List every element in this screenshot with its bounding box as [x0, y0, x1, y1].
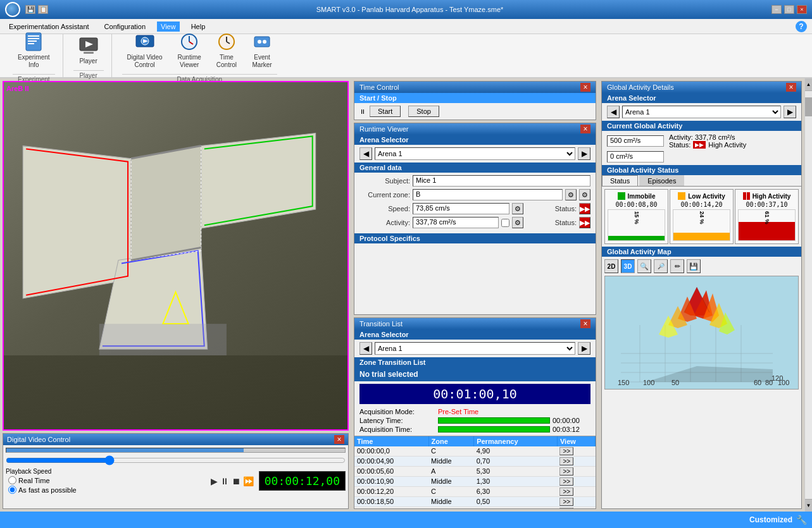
player-button[interactable]: Player [73, 33, 104, 68]
close-button[interactable]: × [797, 5, 807, 14]
subject-row: Subject: Mice 1 [359, 175, 590, 187]
tl-arena-select[interactable]: Arena 1 [375, 342, 575, 355]
arena-prev-button[interactable]: ◀ [359, 147, 372, 160]
status-cards: Immobile 00:00:08,80 15 % Low Activity 0… [602, 187, 801, 247]
zone-extra-btn[interactable]: ⚙ [579, 189, 590, 200]
goto-button[interactable]: >> [559, 467, 573, 476]
activity-checkbox[interactable] [501, 219, 509, 227]
time-label: TimeControl [216, 54, 237, 69]
forward-button[interactable]: ⏩ [243, 476, 254, 486]
toolbar-experiment-section: ExperimentInfo Experiment [5, 34, 63, 77]
acq-mode-value: Pre-Set Time [438, 408, 478, 415]
arena-select[interactable]: Arena 1 [375, 147, 575, 160]
immobile-time: 00:00:08,80 [615, 201, 657, 208]
runtime-viewer-close[interactable]: × [580, 125, 590, 133]
global-activity-close[interactable]: × [786, 83, 796, 92]
dv-slider[interactable] [6, 455, 346, 465]
goto-button[interactable]: >> [559, 457, 573, 465]
scroll-down[interactable]: ▼ [805, 499, 812, 512]
speed-input[interactable]: 73,85 cm/s [413, 203, 509, 214]
col-time: Time [354, 436, 428, 446]
right-scrollbar[interactable]: ▲ ▼ [804, 78, 812, 512]
current-zone-input[interactable]: B [413, 189, 563, 200]
zone-transition-header: Zone Transition List [354, 357, 596, 367]
map-zoom-out-btn[interactable]: 🔎 [654, 259, 668, 273]
zone-settings-btn[interactable]: ⚙ [565, 189, 577, 200]
fast-option[interactable]: As fast as possible [8, 486, 206, 494]
cell-goto[interactable]: >> [557, 507, 595, 508]
transition-list-close[interactable]: × [580, 319, 590, 328]
play-button[interactable]: ▶ [211, 476, 218, 486]
activity-settings-btn[interactable]: ⚙ [512, 217, 523, 228]
cell-goto[interactable]: >> [557, 496, 595, 507]
save-button[interactable]: 💾 [25, 5, 35, 14]
tl-arena-next[interactable]: ▶ [578, 342, 590, 355]
event-label: EventMarker [252, 54, 272, 69]
stop-button[interactable]: ⏹ [232, 476, 240, 486]
cell-goto[interactable]: >> [557, 486, 595, 496]
goto-button[interactable]: >> [559, 498, 573, 506]
minimize-button[interactable]: − [771, 5, 782, 14]
map-2d-btn[interactable]: 2D [604, 259, 618, 273]
ga-arena-prev[interactable]: ◀ [607, 106, 620, 118]
goto-button[interactable]: >> [559, 508, 573, 509]
restore-button[interactable]: □ [784, 5, 794, 14]
tl-arena-prev[interactable]: ◀ [359, 342, 372, 355]
dvc-button[interactable]: Digital VideoControl [122, 29, 168, 71]
help-icon[interactable]: ? [796, 21, 807, 32]
map-3d-btn[interactable]: 3D [621, 259, 635, 273]
top-threshold-input[interactable]: 500 cm²/s [607, 135, 664, 147]
status-red-btn-1[interactable]: ▶▶ [579, 203, 590, 214]
dv-btn-row: ▶ ⏸ ⏹ ⏩ [211, 476, 254, 486]
status-tab[interactable]: Status [602, 175, 638, 186]
subject-input[interactable]: Mice 1 [413, 175, 590, 187]
player-icon [78, 35, 99, 56]
goto-button[interactable]: >> [559, 488, 573, 496]
dv-progress-bar[interactable] [6, 448, 346, 453]
time-control-title-text: Time Control [359, 83, 399, 91]
cell-goto[interactable]: >> [557, 476, 595, 486]
dv-control-close[interactable]: × [334, 435, 344, 444]
immobile-bar-container: 15 % [608, 209, 665, 241]
ga-map-header: Global Activity Map [602, 247, 801, 257]
scroll-up[interactable]: ▲ [805, 78, 812, 91]
real-time-radio[interactable] [8, 476, 16, 484]
map-save-btn[interactable]: 💾 [687, 259, 701, 273]
bottom-threshold-input[interactable]: 0 cm²/s [607, 151, 664, 163]
current-zone-label: Current zone: [359, 191, 410, 199]
pause-button[interactable]: ⏸ [220, 476, 229, 486]
no-trial-bar: No trial selected [354, 367, 596, 381]
immobile-bar-fill [608, 236, 665, 240]
experiment-info-button[interactable]: ExperimentInfo [13, 29, 55, 71]
start-button[interactable]: Start [370, 106, 401, 117]
runtime-button[interactable]: RuntimeViewer [173, 29, 206, 71]
acquisition-label: Acquisition Time: [359, 426, 435, 433]
activity-input[interactable]: 337,78 cm²/s [413, 217, 499, 228]
event-button[interactable]: EventMarker [247, 29, 277, 71]
zone-table-header: Time Zone Permanency View [354, 436, 596, 446]
cell-goto[interactable]: >> [557, 446, 595, 457]
latency-row: Latency Time: 00:00:00 [359, 417, 590, 424]
status-red-btn-2[interactable]: ▶▶ [579, 217, 590, 228]
map-zoom-in-btn[interactable]: 🔍 [637, 259, 651, 273]
low-percent: 24 % [699, 211, 705, 224]
arena-next-button[interactable]: ▶ [578, 147, 590, 160]
col-permanency: Permanency [474, 436, 558, 446]
map-draw-btn[interactable]: ✏ [670, 259, 684, 273]
ga-arena-select[interactable]: Arena 1 [622, 106, 781, 118]
time-button[interactable]: TimeControl [211, 29, 242, 71]
scroll-thumb[interactable] [805, 97, 812, 116]
speed-settings-btn[interactable]: ⚙ [512, 203, 523, 214]
cell-goto[interactable]: >> [557, 456, 595, 466]
time-control-close[interactable]: × [580, 83, 590, 92]
stop-button[interactable]: Stop [408, 106, 439, 117]
real-time-option[interactable]: Real Time [8, 476, 206, 484]
save-as-button[interactable]: 📋 [38, 5, 48, 14]
goto-button[interactable]: >> [559, 477, 573, 486]
fast-radio[interactable] [8, 486, 16, 494]
episodes-tab[interactable]: Episodes [639, 175, 684, 186]
cell-goto[interactable]: >> [557, 466, 595, 476]
ga-arena-next[interactable]: ▶ [784, 106, 796, 118]
title-bar-buttons[interactable]: 💾 📋 [25, 5, 48, 14]
goto-button[interactable]: >> [559, 447, 573, 455]
